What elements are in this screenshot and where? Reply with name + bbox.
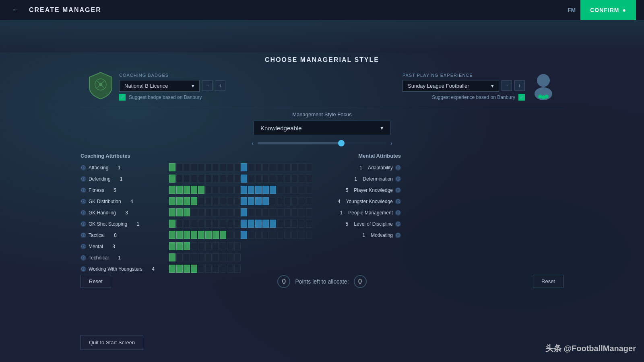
mental-bar-segment[interactable] [270,186,276,194]
experience-minus[interactable]: − [502,80,512,91]
coaching-bar-segment[interactable] [234,163,241,171]
coaching-bar-segment[interactable] [213,253,219,261]
coaching-bar-segment[interactable] [227,242,233,250]
coaching-bar-segment[interactable] [220,253,226,261]
mental-bar-segment[interactable] [291,175,298,183]
coaching-attr-info-icon[interactable]: ⓘ [80,221,86,227]
coaching-bar-segment[interactable] [191,231,197,239]
coaching-bar-segment[interactable] [191,163,197,171]
style-focus-dropdown[interactable]: Knowledgeable ▾ [254,121,390,135]
mental-bar-segment[interactable] [306,220,312,228]
slider-thumb[interactable] [338,140,345,146]
mental-bar-segment[interactable] [284,220,291,228]
mental-bar-segment[interactable] [255,175,262,183]
coaching-bar-segment[interactable] [227,186,233,194]
coaching-bar-segment[interactable] [234,231,241,239]
coaching-bar-segment[interactable] [234,242,241,250]
mental-bar-segment[interactable] [291,197,298,205]
mental-bar-segment[interactable] [277,231,283,239]
mental-bar-segment[interactable] [255,231,262,239]
slider-left-arrow[interactable]: ‹ [252,140,254,146]
mental-bar-segment[interactable] [306,186,312,194]
mental-bar-segment[interactable] [284,175,291,183]
mental-bar-segment[interactable] [270,208,276,216]
coaching-bar-segment[interactable] [198,208,204,216]
coaching-bar-segment[interactable] [176,208,183,216]
mental-attr-info-icon[interactable]: ⓘ [395,199,401,204]
coaching-bar-segment[interactable] [169,231,175,239]
coaching-bar-segment[interactable] [169,175,175,183]
coaching-bar-segment[interactable] [213,265,219,273]
mental-bar-segment[interactable] [299,163,305,171]
coaching-bar-segment[interactable] [191,175,197,183]
mental-bar-segment[interactable] [270,175,276,183]
coaching-attr-info-icon[interactable]: ⓘ [80,165,86,171]
coaching-bar-segment[interactable] [198,265,204,273]
coaching-bar-segment[interactable] [169,186,175,194]
coaching-bar-segment[interactable] [205,242,212,250]
coaching-bar-segment[interactable] [184,186,190,194]
mental-bar-segment[interactable] [255,163,262,171]
coaching-attr-info-icon[interactable]: ⓘ [80,255,86,261]
coaching-bar-segment[interactable] [169,220,175,228]
mental-bar-segment[interactable] [306,208,312,216]
coaching-attr-info-icon[interactable]: ⓘ [80,244,86,249]
mental-attr-info-icon[interactable]: ⓘ [395,210,401,216]
coaching-bar-segment[interactable] [213,175,219,183]
coaching-bar-segment[interactable] [213,186,219,194]
mental-bar-segment[interactable] [241,175,247,183]
mental-bar-segment[interactable] [262,163,269,171]
mental-bar-segment[interactable] [299,208,305,216]
coaching-bar-segment[interactable] [184,208,190,216]
coaching-bar-segment[interactable] [191,265,197,273]
mental-bar-segment[interactable] [255,186,262,194]
coaching-bar-segment[interactable] [227,265,233,273]
coaching-bar-segment[interactable] [227,253,233,261]
coaching-bar-segment[interactable] [213,220,219,228]
mental-attr-info-icon[interactable]: ⓘ [395,232,401,238]
mental-bar-segment[interactable] [291,231,298,239]
coaching-bar-segment[interactable] [227,163,233,171]
coaching-bar-segment[interactable] [198,186,204,194]
mental-bar-segment[interactable] [255,220,262,228]
coaching-suggest-checkbox[interactable]: ✓ [119,94,126,101]
mental-bar-segment[interactable] [299,175,305,183]
coaching-bar-segment[interactable] [227,220,233,228]
coaching-attr-info-icon[interactable]: ⓘ [80,176,86,182]
coaching-bar-segment[interactable] [220,265,226,273]
coaching-bar-segment[interactable] [234,175,241,183]
coaching-bar-segment[interactable] [234,197,241,205]
mental-bar-segment[interactable] [262,220,269,228]
quit-button[interactable]: Quit to Start Screen [80,335,143,350]
mental-bar-segment[interactable] [255,208,262,216]
coaching-bar-segment[interactable] [176,242,183,250]
mental-bar-segment[interactable] [277,197,283,205]
coaching-bar-segment[interactable] [205,197,212,205]
mental-bar-segment[interactable] [291,220,298,228]
coaching-bar-segment[interactable] [176,175,183,183]
mental-bar-segment[interactable] [248,197,254,205]
coaching-bar-segment[interactable] [234,208,241,216]
coaching-bar-segment[interactable] [169,242,175,250]
coaching-attr-info-icon[interactable]: ⓘ [80,266,86,272]
mental-bar-segment[interactable] [299,220,305,228]
coaching-bar-segment[interactable] [227,208,233,216]
coaching-bar-segment[interactable] [176,265,183,273]
coaching-bar-segment[interactable] [191,208,197,216]
coaching-bar-segment[interactable] [191,242,197,250]
mental-bar-segment[interactable] [299,197,305,205]
mental-bar-segment[interactable] [262,208,269,216]
mental-bar-segment[interactable] [284,163,291,171]
coaching-bar-segment[interactable] [198,197,204,205]
mental-bar-segment[interactable] [284,208,291,216]
coaching-bar-segment[interactable] [227,197,233,205]
coaching-bar-segment[interactable] [176,186,183,194]
coaching-bar-segment[interactable] [169,253,175,261]
confirm-button[interactable]: CONFIRM ● [580,0,636,20]
coaching-attr-info-icon[interactable]: ⓘ [80,187,86,193]
coaching-badges-plus[interactable]: + [215,80,225,91]
mental-bar-segment[interactable] [277,220,283,228]
mental-bar-segment[interactable] [262,231,269,239]
mental-bar-segment[interactable] [277,175,283,183]
mental-bar-segment[interactable] [255,197,262,205]
